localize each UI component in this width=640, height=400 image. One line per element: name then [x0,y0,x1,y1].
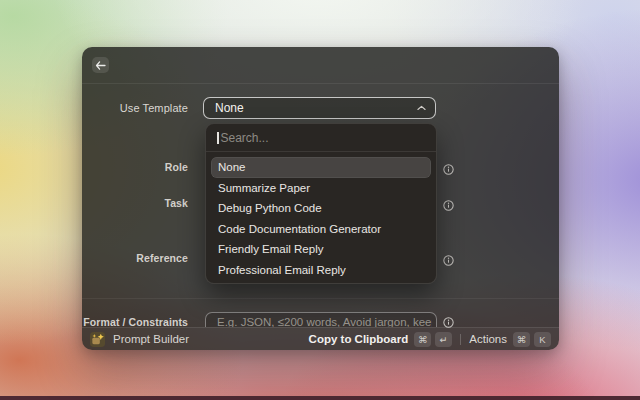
format-info-icon[interactable] [443,314,454,325]
k-key-badge: K [534,332,551,347]
option-friendly-email-reply[interactable]: Friendly Email Reply [211,239,431,260]
search-placeholder: Search... [221,131,269,145]
role-label: Role [82,161,188,173]
prompt-builder-app-icon [90,332,105,347]
template-option-list: None Summarize Paper Debug Python Code C… [206,152,436,285]
enter-key-badge: ↵ [435,332,452,347]
arrow-left-icon [95,61,106,70]
format-constraints-input[interactable]: E.g. JSON, ≤200 words, Avoid jargon, kee… [205,312,437,327]
use-template-select[interactable]: None [203,97,436,119]
titlebar [82,47,559,84]
actions-button[interactable]: Actions [469,333,507,345]
copy-to-clipboard-button[interactable]: Copy to Clipboard [309,333,409,345]
option-summarize-paper[interactable]: Summarize Paper [211,178,431,199]
template-search-input[interactable]: Search... [206,124,436,152]
template-dropdown-panel: Search... None Summarize Paper Debug Pyt… [205,123,437,284]
back-button[interactable] [92,57,109,73]
reference-label: Reference [82,252,188,264]
cmd-key-badge: ⌘ [414,332,431,347]
section-divider [82,298,559,299]
option-debug-python-code[interactable]: Debug Python Code [211,198,431,219]
prompt-builder-window: Use Template None Role Task Reference Fo… [82,47,559,350]
cmd-key-badge: ⌘ [513,332,530,347]
role-info-icon[interactable] [443,161,454,172]
chevron-up-icon [417,105,426,111]
use-template-value: None [215,101,417,115]
action-bar: Prompt Builder Copy to Clipboard ⌘ ↵ Act… [82,327,559,350]
use-template-label: Use Template [82,97,188,119]
bottom-edge-strip [0,396,640,400]
reference-info-icon[interactable] [443,252,454,263]
option-none[interactable]: None [211,157,431,178]
option-code-documentation-generator[interactable]: Code Documentation Generator [211,219,431,240]
app-name: Prompt Builder [113,333,309,345]
task-label: Task [82,197,188,209]
footer-divider [460,334,461,345]
option-professional-email-reply[interactable]: Professional Email Reply [211,260,431,281]
format-constraints-field-clip: E.g. JSON, ≤200 words, Avoid jargon, kee… [205,312,439,327]
text-caret [217,132,219,144]
format-constraints-placeholder: E.g. JSON, ≤200 words, Avoid jargon, kee… [217,316,432,327]
task-info-icon[interactable] [443,197,454,208]
